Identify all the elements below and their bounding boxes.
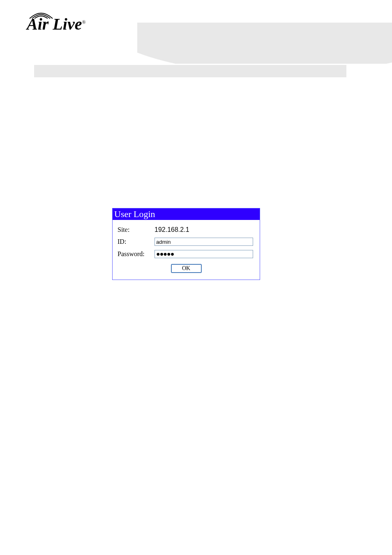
site-row: Site: 192.168.2.1 xyxy=(118,226,255,234)
login-title: User Login xyxy=(113,208,260,220)
password-row: Password: ●●●●● xyxy=(118,250,255,258)
id-input[interactable] xyxy=(154,238,253,246)
password-label: Password: xyxy=(118,250,154,258)
brand-name: Air Live® xyxy=(27,14,86,34)
login-form: Site: 192.168.2.1 ID: Password: ●●●●● OK xyxy=(113,220,260,280)
ok-button[interactable]: OK xyxy=(171,264,202,273)
brand-logo: Air Live® xyxy=(27,14,113,43)
password-input[interactable]: ●●●●● xyxy=(154,250,253,258)
header-area: Air Live® xyxy=(0,0,392,82)
button-row: OK xyxy=(118,264,255,273)
site-label: Site: xyxy=(118,226,154,234)
header-swoosh xyxy=(137,23,392,64)
site-value: 192.168.2.1 xyxy=(154,226,189,234)
login-panel: User Login Site: 192.168.2.1 ID: Passwor… xyxy=(112,208,260,280)
id-row: ID: xyxy=(118,238,255,246)
registered-mark: ® xyxy=(82,19,85,25)
header-bar xyxy=(34,65,346,77)
id-label: ID: xyxy=(118,238,154,245)
